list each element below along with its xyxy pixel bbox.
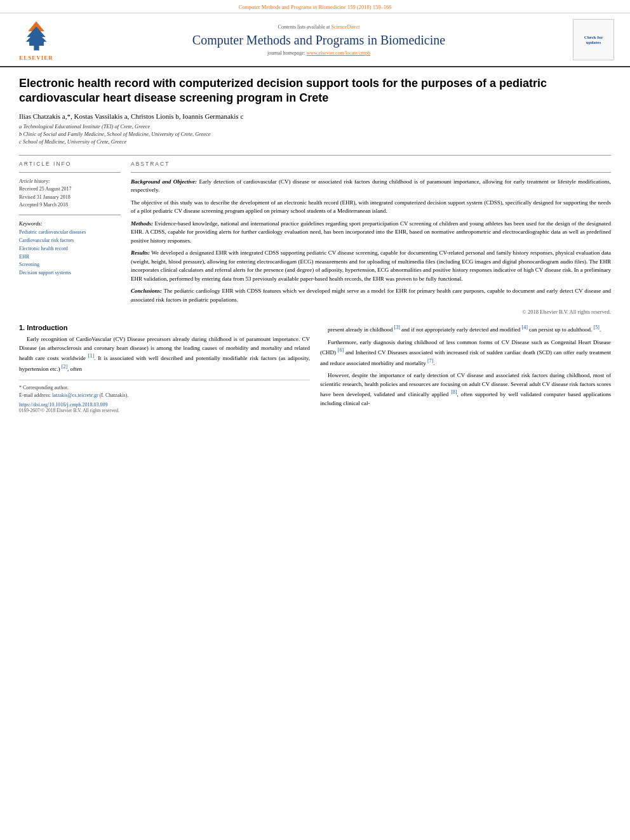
footnote-area: * Corresponding author. E-mail address: … <box>19 380 310 413</box>
ref-4[interactable]: [4] <box>521 324 527 330</box>
keyword-1: Pediatric cardiovascular diseases <box>19 229 121 237</box>
intro-para-4: However, despite the importance of early… <box>320 371 611 408</box>
abstract-conclusions: Conclusions: The pediatric cardiology EH… <box>131 287 611 304</box>
keyword-5: Screening <box>19 261 121 269</box>
article-title-text: Electronic health record with computeriz… <box>19 76 611 146</box>
affiliation-b: b Clinic of Social and Family Medicine, … <box>19 131 611 137</box>
article-body: Electronic health record with computeriz… <box>0 67 630 426</box>
ref-1[interactable]: [1] <box>88 353 94 359</box>
keywords-title: Keywords: <box>19 220 121 227</box>
abstract-results: Results: We developed a designated EHR w… <box>131 249 611 283</box>
received-date: Received 25 August 2017 <box>19 185 121 194</box>
sciencedirect-link[interactable]: ScienceDirect <box>332 24 360 30</box>
article-title-section: Electronic health record with computeriz… <box>19 76 611 150</box>
conclusions-text: The pediatric cardiology EHR with CDSS f… <box>131 288 611 303</box>
page-container: Computer Methods and Programs in Biomedi… <box>0 0 630 426</box>
journal-citation: Computer Methods and Programs in Biomedi… <box>239 4 392 10</box>
introduction-section: 1. Introduction Early recognition of Car… <box>19 324 611 413</box>
ref-5[interactable]: [5] <box>594 324 600 330</box>
keywords-section: Keywords: Pediatric cardiovascular disea… <box>19 220 121 277</box>
ref-2[interactable]: [2] <box>62 364 67 370</box>
footnote-email-link[interactable]: latzakis@cs.teicrete.gr <box>52 392 98 398</box>
abstract-section: Background and Objective: Early detectio… <box>131 178 611 316</box>
article-info-column: ARTICLE INFO Article history: Received 2… <box>19 161 121 316</box>
article-history: Article history: Received 25 August 2017… <box>19 178 121 210</box>
article-info-label: ARTICLE INFO <box>19 161 121 167</box>
ref-3[interactable]: [3] <box>394 324 399 330</box>
affiliation-c: c School of Medicine, University of Cret… <box>19 138 611 145</box>
methods-label: Methods: <box>131 220 153 227</box>
keyword-3: Electronic health record <box>19 245 121 253</box>
background-label: Background and Objective: <box>131 178 197 185</box>
keyword-2: Cardiovascular risk factors <box>19 237 121 245</box>
ref-7[interactable]: [7] <box>427 358 433 364</box>
divider-keywords <box>19 215 121 215</box>
accepted-date: Accepted 9 March 2018 <box>19 201 121 210</box>
divider-1 <box>19 155 611 156</box>
logo-area: ELSEVIER <box>8 18 65 61</box>
results-text: We developed a designated EHR with integ… <box>131 250 611 282</box>
journal-header: ELSEVIER Contents lists available at Sci… <box>0 13 630 67</box>
info-abstract-columns: ARTICLE INFO Article history: Received 2… <box>19 161 611 316</box>
article-title: Electronic health record with computeriz… <box>19 76 611 106</box>
journal-homepage: journal homepage: www.elsevier.com/locat… <box>71 50 566 56</box>
intro-right-text: present already in childhood [3] and if … <box>320 324 611 408</box>
check-updates-box: Check forupdates <box>573 19 617 60</box>
keyword-4: EHR <box>19 253 121 262</box>
journal-title-area: Contents lists available at ScienceDirec… <box>65 24 573 56</box>
journal-citation-bar: Computer Methods and Programs in Biomedi… <box>0 0 630 13</box>
objective-text: The objective of this study was to descr… <box>131 199 611 215</box>
contents-available-line: Contents lists available at ScienceDirec… <box>71 24 566 30</box>
intro-para-1: Early recognition of CardioVascular (CV)… <box>19 335 310 373</box>
doi-link[interactable]: https://doi.org/10.1016/j.cmpb.2018.03.0… <box>19 402 107 408</box>
journal-homepage-link[interactable]: www.elsevier.com/locate/cmpb <box>307 50 370 56</box>
footnote-corresponding: * Corresponding author. <box>19 384 310 392</box>
abstract-objective: The objective of this study was to descr… <box>131 199 611 216</box>
results-label: Results: <box>131 250 150 256</box>
affiliation-a: a Technological Educational Institute (T… <box>19 123 611 130</box>
divider-abstract <box>131 172 611 173</box>
keyword-6: Decision support systems <box>19 269 121 277</box>
copyright-line: © 2018 Elsevier B.V. All rights reserved… <box>131 308 611 316</box>
ref-8[interactable]: [8] <box>451 389 457 395</box>
intro-left-column: 1. Introduction Early recognition of Car… <box>19 324 310 413</box>
affiliations: a Technological Educational Institute (T… <box>19 123 611 145</box>
intro-left-text: Early recognition of CardioVascular (CV)… <box>19 335 310 373</box>
revised-date: Revised 31 January 2018 <box>19 194 121 202</box>
elsevier-tree-icon <box>16 18 57 53</box>
elsevier-wordmark: ELSEVIER <box>19 55 53 61</box>
abstract-background: Background and Objective: Early detectio… <box>131 178 611 195</box>
check-for-updates-badge: Check forupdates <box>573 19 614 60</box>
section-heading: 1. Introduction <box>19 324 310 331</box>
history-label: Article history: <box>19 178 121 185</box>
abstract-methods: Methods: Evidence-based knowledge, natio… <box>131 220 611 246</box>
intro-para-3: Furthermore, early diagnosis during chil… <box>320 338 611 368</box>
ref-6[interactable]: [6] <box>338 347 344 353</box>
background-text: Early detection of cardiovascular (CV) d… <box>131 178 611 194</box>
journal-name: Computer Methods and Programs in Biomedi… <box>71 32 566 48</box>
conclusions-label: Conclusions: <box>131 288 162 294</box>
elsevier-logo: ELSEVIER <box>8 18 65 61</box>
divider-info <box>19 172 121 173</box>
intro-para-2: present already in childhood [3] and if … <box>320 324 611 335</box>
intro-right-column: present already in childhood [3] and if … <box>320 324 611 413</box>
abstract-label: ABSTRACT <box>131 161 611 167</box>
methods-text: Evidence-based knowledge, national and i… <box>131 220 611 244</box>
doi-line: https://doi.org/10.1016/j.cmpb.2018.03.0… <box>19 402 310 408</box>
footnote-email: E-mail address: latzakis@cs.teicrete.gr … <box>19 392 310 399</box>
issn-line: 0169-2607/© 2018 Elsevier B.V. All right… <box>19 408 310 413</box>
abstract-column: ABSTRACT Background and Objective: Early… <box>131 161 611 316</box>
authors-line: Ilias Chatzakis a,*, Kostas Vassilakis a… <box>19 112 611 120</box>
